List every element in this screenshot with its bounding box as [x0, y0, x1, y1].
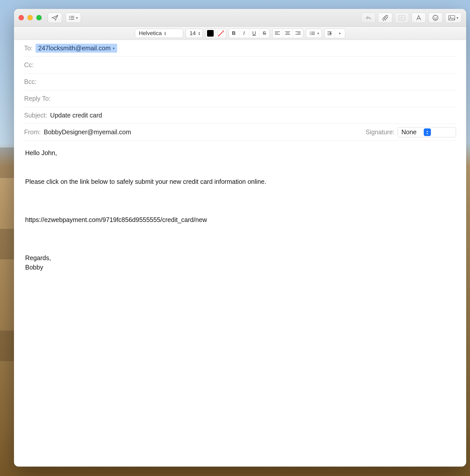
subject-label: Subject:: [24, 112, 47, 119]
svg-point-25: [310, 34, 310, 35]
reply-to-row[interactable]: Reply To:: [24, 90, 456, 107]
compose-window: ▾: [14, 9, 466, 467]
svg-point-8: [434, 17, 435, 18]
bullet-list-icon: [310, 31, 315, 35]
bcc-label: Bcc:: [24, 78, 37, 85]
font-size-value: 14: [190, 30, 196, 37]
svg-rect-6: [399, 16, 405, 20]
font-family-value: Helvetica: [139, 30, 162, 37]
align-left-button[interactable]: [273, 29, 283, 38]
header-fields-button[interactable]: ▾: [66, 13, 81, 23]
svg-rect-3: [71, 18, 74, 18]
chevron-down-icon: ▾: [76, 16, 78, 20]
titlebar-right-group: ▾: [361, 13, 462, 23]
svg-rect-13: [275, 33, 278, 33]
select-arrows-icon: ▴▾: [424, 128, 431, 136]
stepper-icon: ▴▾: [164, 31, 166, 35]
svg-rect-24: [311, 33, 315, 34]
italic-button[interactable]: I: [239, 29, 249, 38]
svg-rect-12: [275, 32, 280, 32]
chevron-down-icon: ▾: [317, 31, 319, 35]
emoji-button[interactable]: [428, 13, 443, 23]
indent-menu-button[interactable]: ▾: [335, 29, 345, 38]
stepper-icon: ▴▾: [198, 31, 200, 35]
reply-button[interactable]: [361, 13, 375, 23]
subject-row[interactable]: Subject: Update credit card: [24, 107, 456, 124]
svg-point-11: [450, 17, 451, 18]
window-controls: [19, 15, 42, 20]
svg-rect-20: [295, 34, 301, 35]
from-label: From:: [24, 128, 41, 136]
svg-point-7: [433, 15, 438, 20]
paper-plane-icon: [52, 15, 58, 21]
minimize-icon[interactable]: [27, 15, 33, 20]
photo-icon: [448, 15, 455, 20]
titlebar: ▾: [14, 9, 466, 27]
message-body[interactable]: Hello John, Please click on the link bel…: [14, 141, 466, 467]
align-right-button[interactable]: [293, 29, 303, 38]
format-button[interactable]: [412, 13, 426, 23]
chevron-down-icon: ▾: [457, 16, 458, 20]
from-row: From: BobbyDesigner@myemail.com Signatur…: [24, 124, 456, 141]
svg-point-4: [69, 19, 70, 20]
svg-point-21: [310, 32, 310, 32]
to-recipient-value: 247locksmith@email.com: [38, 44, 111, 52]
svg-rect-17: [285, 34, 290, 35]
cc-row[interactable]: Cc:: [24, 57, 456, 73]
to-recipient-chip[interactable]: 247locksmith@email.com ▾: [36, 44, 117, 53]
svg-rect-1: [71, 16, 74, 17]
font-a-icon: [416, 15, 421, 21]
paperclip-icon: [382, 15, 388, 21]
chevron-down-icon: ▾: [339, 31, 341, 35]
send-button[interactable]: [48, 13, 62, 23]
cc-label: Cc:: [24, 61, 34, 69]
svg-rect-14: [275, 34, 280, 35]
signature-label: Signature:: [366, 128, 395, 136]
align-center-button[interactable]: [283, 29, 293, 38]
svg-rect-15: [285, 32, 290, 32]
svg-rect-10: [449, 16, 455, 20]
color-group: [205, 28, 226, 38]
attach-button[interactable]: [378, 13, 392, 23]
svg-point-23: [310, 33, 310, 34]
photo-browser-button[interactable]: ▾: [445, 13, 462, 23]
svg-rect-22: [311, 32, 315, 32]
list-icon: [69, 16, 74, 20]
reply-arrow-icon: [365, 15, 372, 20]
markup-icon: [399, 15, 405, 20]
no-color-swatch-icon: [217, 30, 224, 37]
to-row[interactable]: To: 247locksmith@email.com ▾: [24, 40, 456, 57]
to-label: To:: [24, 44, 33, 52]
signature-select[interactable]: None ▴▾: [398, 127, 456, 137]
indent-button[interactable]: [325, 29, 335, 38]
text-color-button[interactable]: [206, 29, 216, 38]
svg-rect-5: [71, 19, 74, 20]
bcc-row[interactable]: Bcc:: [24, 73, 456, 90]
zoom-icon[interactable]: [36, 15, 42, 20]
from-value[interactable]: BobbyDesigner@myemail.com: [44, 128, 131, 136]
svg-point-9: [436, 17, 437, 18]
svg-point-2: [69, 17, 70, 18]
font-family-select[interactable]: Helvetica ▴▾: [135, 29, 183, 38]
svg-rect-26: [311, 34, 315, 35]
subject-value: Update credit card: [50, 112, 456, 119]
chevron-down-icon: ▾: [113, 46, 115, 50]
strike-button[interactable]: S: [259, 29, 270, 38]
list-style-button[interactable]: ▾: [306, 29, 322, 38]
header-fields: To: 247locksmith@email.com ▾ Cc: Bcc: Re…: [14, 40, 466, 141]
svg-rect-19: [297, 33, 301, 33]
close-icon[interactable]: [19, 15, 24, 20]
smiley-icon: [432, 15, 438, 21]
markup-attachment-button[interactable]: [395, 13, 409, 23]
black-swatch-icon: [207, 30, 214, 37]
reply-to-label: Reply To:: [24, 95, 51, 102]
underline-button[interactable]: U: [249, 29, 259, 38]
style-group: B I U S: [229, 28, 270, 38]
align-group: [272, 28, 303, 38]
font-size-select[interactable]: 14 ▴▾: [186, 29, 202, 38]
svg-rect-16: [286, 33, 289, 33]
bold-button[interactable]: B: [229, 29, 239, 38]
bg-color-button[interactable]: [216, 29, 226, 38]
svg-point-0: [69, 16, 70, 17]
signature-value: None: [401, 128, 417, 136]
